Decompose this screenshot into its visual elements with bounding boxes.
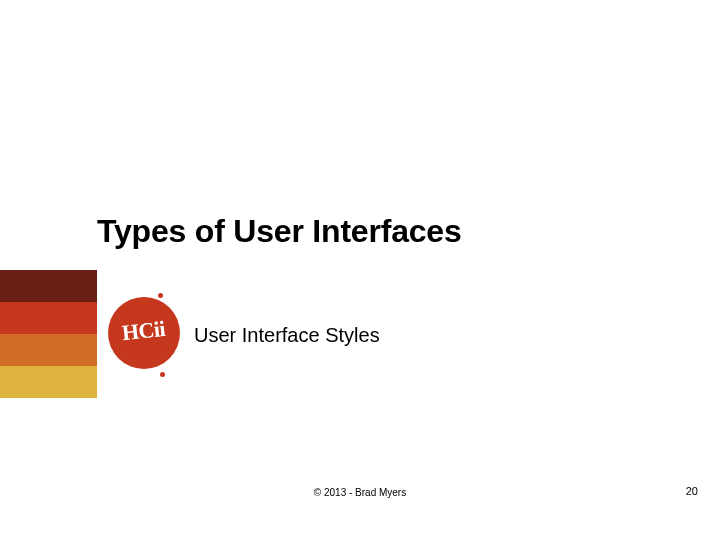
logo-circle-icon: HCii (108, 297, 180, 369)
slide: Types of User Interfaces HCii User Inter… (0, 0, 720, 540)
slide-title: Types of User Interfaces (97, 213, 462, 250)
hci-logo: HCii (108, 297, 186, 375)
logo-text: HCii (121, 316, 167, 346)
logo-dot-icon (160, 372, 165, 377)
color-bar (0, 270, 97, 302)
color-bar (0, 334, 97, 366)
color-bar (0, 366, 97, 398)
color-bar (0, 302, 97, 334)
section-color-bars (0, 270, 97, 398)
page-number: 20 (686, 485, 698, 497)
logo-dot-icon (158, 293, 163, 298)
footer-copyright: © 2013 - Brad Myers (0, 487, 720, 498)
slide-subtitle: User Interface Styles (194, 324, 380, 347)
